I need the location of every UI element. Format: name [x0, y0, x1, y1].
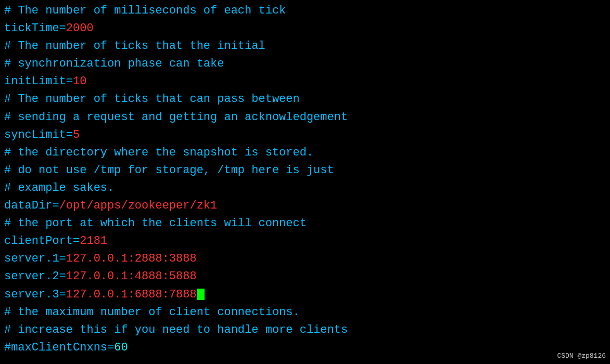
- val-initlimit: 10: [73, 75, 86, 88]
- key-server3: server.3=: [4, 288, 66, 301]
- val-clientport: 2181: [80, 235, 107, 248]
- line-8: syncLimit=5: [4, 126, 606, 144]
- line-11: # example sakes.: [4, 179, 606, 197]
- line-10: # do not use /tmp for storage, /tmp here…: [4, 162, 606, 179]
- line-3: # The number of ticks that the initial: [4, 37, 606, 55]
- line-5: initLimit=10: [4, 73, 606, 90]
- key-clientport: clientPort=: [4, 235, 80, 248]
- key-synclimit: syncLimit=: [4, 128, 73, 141]
- val-synclimit: 5: [73, 128, 80, 141]
- line-15: server.1=127.0.0.1:2888:3888: [4, 250, 606, 268]
- key-server2: server.2=: [4, 270, 66, 283]
- line-6: # The number of ticks that can pass betw…: [4, 90, 606, 108]
- key-initlimit: initLimit=: [4, 75, 73, 88]
- line-1: # The number of milliseconds of each tic…: [4, 2, 606, 20]
- line-20: #maxClientCnxns=60: [4, 339, 606, 357]
- line-18: # the maximum number of client connectio…: [4, 304, 606, 321]
- line-14: clientPort=2181: [4, 232, 606, 250]
- line-4: # synchronization phase can take: [4, 55, 606, 73]
- val-maxclient: 60: [114, 341, 128, 354]
- line-2: tickTime=2000: [4, 20, 606, 37]
- val-ticktime: 2000: [66, 22, 94, 35]
- line-16: server.2=127.0.0.1:4888:5888: [4, 268, 606, 285]
- line-12: dataDir=/opt/apps/zookeeper/zk1: [4, 197, 606, 215]
- key-ticktime: tickTime=: [4, 22, 66, 35]
- line-7: # sending a request and getting an ackno…: [4, 109, 606, 126]
- line-9: # the directory where the snapshot is st…: [4, 144, 606, 162]
- text-cursor: [197, 289, 205, 300]
- val-datadir: /opt/apps/zookeeper/zk1: [59, 199, 218, 212]
- terminal-window: # The number of milliseconds of each tic…: [0, 0, 610, 359]
- val-server3: 127.0.0.1:6888:7888: [66, 288, 197, 301]
- key-maxclient: #maxClientCnxns=: [4, 341, 114, 354]
- key-datadir: dataDir=: [4, 199, 59, 212]
- line-19: # increase this if you need to handle mo…: [4, 321, 606, 339]
- val-server1: 127.0.0.1:2888:3888: [66, 252, 197, 265]
- watermark: CSDN @zp8126: [557, 352, 606, 360]
- line-17: server.3=127.0.0.1:6888:7888: [4, 286, 606, 304]
- key-server1: server.1=: [4, 252, 66, 265]
- line-13: # the port at which the clients will con…: [4, 215, 606, 232]
- val-server2: 127.0.0.1:4888:5888: [66, 270, 197, 283]
